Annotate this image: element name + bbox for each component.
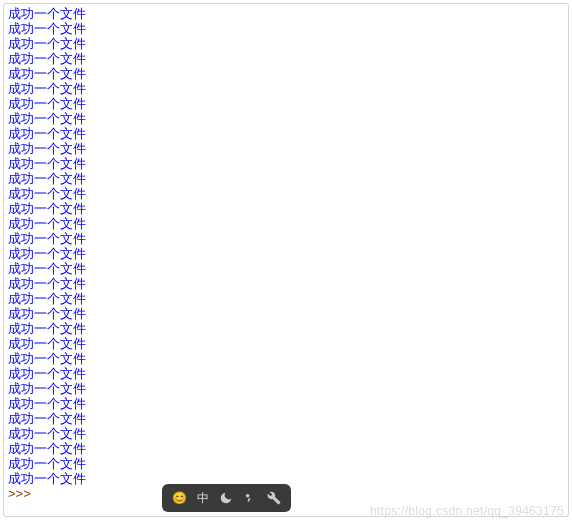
output-line: 成功一个文件 [8, 21, 564, 36]
output-line: 成功一个文件 [8, 51, 564, 66]
output-line: 成功一个文件 [8, 6, 564, 21]
output-line: 成功一个文件 [8, 276, 564, 291]
output-line: 成功一个文件 [8, 36, 564, 51]
output-line: 成功一个文件 [8, 426, 564, 441]
output-line: 成功一个文件 [8, 246, 564, 261]
output-line: 成功一个文件 [8, 351, 564, 366]
svg-point-0 [246, 494, 250, 498]
moon-icon[interactable] [219, 491, 233, 505]
output-line: 成功一个文件 [8, 111, 564, 126]
output-line: 成功一个文件 [8, 81, 564, 96]
output-line: 成功一个文件 [8, 396, 564, 411]
output-line: 成功一个文件 [8, 171, 564, 186]
output-line: 成功一个文件 [8, 126, 564, 141]
output-line: 成功一个文件 [8, 66, 564, 81]
output-line: 成功一个文件 [8, 96, 564, 111]
output-line: 成功一个文件 [8, 381, 564, 396]
watermark-text: https://blog.csdn.net/qq_39463175 [370, 504, 564, 518]
ime-language-toggle[interactable]: 中 [197, 490, 209, 507]
output-line: 成功一个文件 [8, 186, 564, 201]
output-line: 成功一个文件 [8, 201, 564, 216]
output-line: 成功一个文件 [8, 366, 564, 381]
output-line: 成功一个文件 [8, 141, 564, 156]
punctuation-icon[interactable] [243, 491, 257, 505]
settings-icon[interactable] [267, 491, 281, 505]
output-line: 成功一个文件 [8, 441, 564, 456]
output-line: 成功一个文件 [8, 306, 564, 321]
emoji-icon[interactable]: 😊 [172, 491, 187, 505]
console-output-panel: 成功一个文件成功一个文件成功一个文件成功一个文件成功一个文件成功一个文件成功一个… [3, 3, 569, 517]
output-line: 成功一个文件 [8, 231, 564, 246]
ime-toolbar: 😊 中 [162, 484, 291, 512]
output-line: 成功一个文件 [8, 456, 564, 471]
output-line: 成功一个文件 [8, 336, 564, 351]
output-line: 成功一个文件 [8, 321, 564, 336]
output-line: 成功一个文件 [8, 156, 564, 171]
output-line: 成功一个文件 [8, 291, 564, 306]
output-line: 成功一个文件 [8, 261, 564, 276]
output-line: 成功一个文件 [8, 411, 564, 426]
output-line: 成功一个文件 [8, 216, 564, 231]
output-container: 成功一个文件成功一个文件成功一个文件成功一个文件成功一个文件成功一个文件成功一个… [8, 6, 564, 486]
